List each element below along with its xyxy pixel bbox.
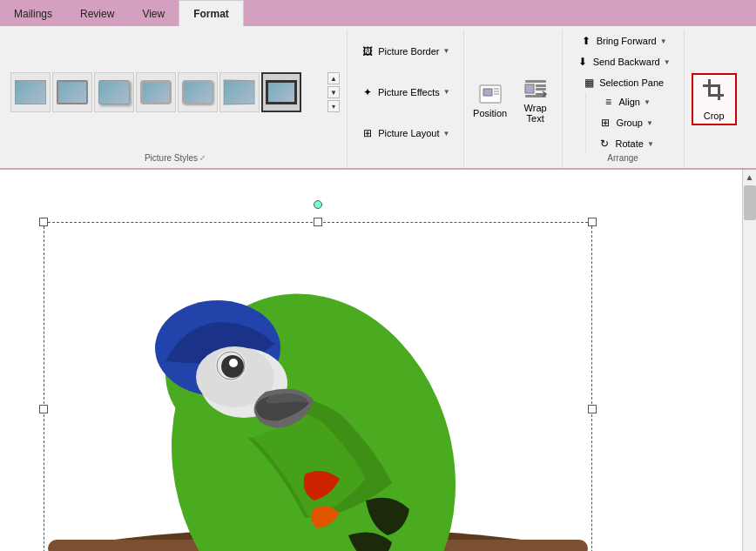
picture-layout-icon: ⊞ — [361, 126, 375, 140]
handle-top-left[interactable] — [39, 218, 48, 226]
arrange-row-1: ⬆ Bring Forward ▼ — [573, 31, 673, 50]
picture-border-arrow: ▼ — [443, 47, 450, 55]
style-thumb-4[interactable] — [136, 72, 176, 112]
svg-point-25 — [229, 359, 238, 367]
send-backward-button[interactable]: ⬇ Send Backward ▼ — [570, 52, 677, 71]
style-scroll-up[interactable]: ▲ — [327, 72, 340, 84]
send-backward-icon: ⬇ — [576, 55, 590, 69]
picture-layout-arrow: ▼ — [443, 130, 450, 138]
tab-mailings[interactable]: Mailings — [0, 2, 66, 26]
handle-left-center[interactable] — [39, 405, 48, 413]
picture-options-content: 🖼 Picture Border ▼ ✦ Picture Effects ▼ ⊞… — [354, 31, 456, 153]
tab-format[interactable]: Format — [179, 0, 244, 26]
crop-button[interactable]: Crop — [692, 73, 737, 125]
position-button[interactable]: Position — [469, 31, 511, 166]
style-scroll-down[interactable]: ▼ — [327, 86, 340, 98]
style-thumb-3[interactable] — [94, 72, 134, 112]
picture-styles-content: ▲ ▼ ▾ — [10, 31, 340, 153]
arrange-content: ⬆ Bring Forward ▼ ⬇ Send Backward ▼ ▦ Se… — [570, 31, 677, 92]
image-container[interactable] — [44, 222, 592, 551]
picture-effects-icon: ✦ — [361, 85, 375, 99]
style-thumb-5[interactable] — [178, 72, 218, 112]
picture-border-button[interactable]: 🖼 Picture Border ▼ — [354, 42, 456, 61]
align-icon: ≡ — [601, 95, 615, 109]
svg-rect-7 — [536, 84, 546, 87]
group-button[interactable]: ⊞ Group ▼ — [592, 113, 659, 132]
group-arrow: ▼ — [646, 119, 653, 127]
selection-pane-icon: ▦ — [582, 76, 596, 90]
tab-view[interactable]: View — [128, 2, 179, 26]
main-area: ▲ ▼ — [0, 170, 756, 551]
document-area — [0, 170, 742, 551]
handle-top-right[interactable] — [588, 218, 597, 226]
style-thumb-2[interactable] — [52, 72, 92, 112]
picture-effects-arrow: ▼ — [443, 88, 450, 96]
bring-forward-arrow: ▼ — [660, 37, 667, 45]
handle-right-center[interactable] — [588, 405, 597, 413]
parrot-image — [44, 222, 592, 551]
arrange-row-5: ⊞ Group ▼ — [592, 113, 659, 132]
position-wrap-group: Position WrapText — [464, 30, 563, 168]
arrange-group: ⬆ Bring Forward ▼ ⬇ Send Backward ▼ ▦ Se… — [563, 30, 685, 168]
style-thumb-7[interactable] — [261, 72, 301, 112]
svg-rect-13 — [708, 94, 724, 97]
rotate-icon: ↻ — [597, 137, 611, 151]
arrange-row-3: ▦ Selection Pane — [576, 73, 670, 92]
arrange-content-2: ≡ Align ▼ ⊞ Group ▼ ↻ Rotate ▼ — [585, 92, 659, 153]
position-icon — [476, 80, 504, 108]
picture-styles-expand-icon[interactable]: ⤢ — [199, 154, 206, 162]
crop-group: Crop — [685, 30, 744, 168]
style-scroll-more[interactable]: ▾ — [327, 100, 340, 112]
svg-rect-8 — [536, 88, 546, 91]
arrange-label: Arrange — [607, 153, 638, 165]
picture-options-label — [404, 153, 407, 165]
scrollbar-thumb[interactable] — [744, 185, 756, 220]
style-thumb-6[interactable] — [219, 72, 260, 112]
wrap-text-icon — [522, 75, 550, 103]
arrange-row-4: ≡ Align ▼ — [595, 92, 656, 111]
tab-review[interactable]: Review — [66, 2, 128, 26]
scrollbar-right[interactable]: ▲ ▼ — [742, 170, 756, 551]
svg-rect-12 — [718, 84, 720, 100]
align-arrow: ▼ — [644, 98, 651, 106]
picture-border-icon: 🖼 — [361, 44, 375, 58]
svg-rect-6 — [525, 84, 534, 93]
arrange-row-6: ↻ Rotate ▼ — [591, 134, 659, 153]
rotate-button[interactable]: ↻ Rotate ▼ — [591, 134, 659, 153]
picture-layout-button[interactable]: ⊞ Picture Layout ▼ — [354, 124, 456, 143]
group-icon: ⊞ — [598, 116, 612, 130]
style-thumb-1[interactable] — [10, 72, 51, 112]
crop-icon — [701, 77, 727, 109]
send-backward-arrow: ▼ — [664, 58, 671, 66]
wrap-text-button[interactable]: WrapText — [515, 31, 557, 166]
selection-pane-button[interactable]: ▦ Selection Pane — [576, 73, 670, 92]
picture-styles-group: ▲ ▼ ▾ Picture Styles ⤢ — [3, 30, 348, 168]
bring-forward-button[interactable]: ⬆ Bring Forward ▼ — [573, 31, 673, 50]
svg-rect-5 — [525, 80, 546, 83]
picture-effects-button[interactable]: ✦ Picture Effects ▼ — [354, 83, 456, 102]
align-button[interactable]: ≡ Align ▼ — [595, 92, 656, 111]
rotate-handle[interactable] — [314, 200, 322, 209]
svg-rect-1 — [483, 89, 492, 96]
style-scroll: ▲ ▼ ▾ — [327, 72, 340, 112]
ribbon: ▲ ▼ ▾ Picture Styles ⤢ 🖼 Picture Border … — [0, 26, 756, 170]
picture-options-group: 🖼 Picture Border ▼ ✦ Picture Effects ▼ ⊞… — [348, 30, 464, 168]
picture-styles-label: Picture Styles ⤢ — [145, 153, 206, 165]
handle-top-center[interactable] — [314, 218, 322, 226]
bring-forward-icon: ⬆ — [579, 34, 593, 48]
scroll-up-arrow[interactable]: ▲ — [743, 170, 756, 184]
rotate-arrow: ▼ — [647, 140, 654, 148]
svg-rect-11 — [703, 84, 719, 87]
arrange-row-2: ⬇ Send Backward ▼ — [570, 52, 677, 71]
style-thumbnails — [10, 72, 324, 112]
tab-bar: Mailings Review View Format — [0, 0, 756, 26]
